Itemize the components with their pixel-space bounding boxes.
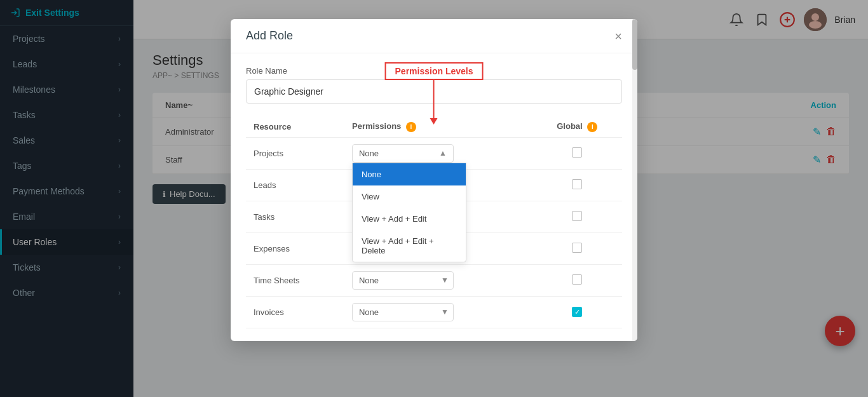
perm-table-row: Time Sheets NoneViewView + Add + EditVie… bbox=[246, 264, 622, 296]
global-cell bbox=[532, 232, 622, 264]
dropdown-chevron-icon: ▲ bbox=[439, 149, 447, 158]
resource-cell: Time Sheets bbox=[246, 264, 344, 296]
global-cell: ✓ bbox=[532, 296, 622, 328]
resource-cell: Tasks bbox=[246, 201, 344, 232]
global-cell bbox=[532, 137, 622, 169]
permissions-col-header: Permissions i bbox=[344, 116, 532, 137]
role-name-input[interactable] bbox=[246, 79, 622, 104]
modal-header: Add Role × bbox=[231, 19, 637, 53]
global-cell bbox=[532, 169, 622, 201]
dropdown-selected-label: None bbox=[359, 149, 379, 158]
perm-select-wrapper-5: NoneViewView + Add + EditView + Add + Ed… bbox=[352, 303, 454, 321]
global-checkbox[interactable] bbox=[572, 211, 582, 221]
global-checkbox[interactable]: ✓ bbox=[572, 307, 582, 317]
perm-select-4[interactable]: NoneViewView + Add + EditView + Add + Ed… bbox=[352, 271, 454, 290]
resource-cell: Projects bbox=[246, 137, 344, 169]
dropdown-trigger[interactable]: None ▲ bbox=[352, 144, 454, 163]
modal-body: Role Name Resource Permissions i bbox=[231, 53, 637, 341]
perm-table-row: Invoices NoneViewView + Add + EditView +… bbox=[246, 296, 622, 328]
modal-overlay: Permission Levels Add Role × Role Name R bbox=[0, 0, 868, 397]
resource-cell: Expenses bbox=[246, 232, 344, 264]
dropdown-menu: None View View + Add + Edit View + Add +… bbox=[352, 163, 466, 262]
global-checkbox[interactable] bbox=[572, 274, 582, 285]
permission-cell: NoneViewView + Add + EditView + Add + Ed… bbox=[344, 264, 532, 296]
permission-cell: None ▲ None View View + Add + Edit View … bbox=[344, 137, 532, 169]
scrollbar-thumb[interactable] bbox=[632, 19, 637, 70]
projects-dropdown[interactable]: None ▲ None View View + Add + Edit View … bbox=[352, 144, 454, 163]
resource-cell: Invoices bbox=[246, 296, 344, 328]
global-info-icon: i bbox=[587, 122, 597, 132]
global-col-header: Global i bbox=[532, 116, 622, 137]
permissions-info-icon: i bbox=[406, 122, 416, 132]
dropdown-item-none[interactable]: None bbox=[353, 163, 466, 185]
global-checkbox[interactable] bbox=[572, 243, 582, 253]
dropdown-item-view-add-edit[interactable]: View + Add + Edit bbox=[353, 208, 466, 230]
global-checkbox[interactable] bbox=[572, 147, 582, 158]
modal-scrollbar[interactable] bbox=[632, 19, 637, 341]
perm-table-row: Projects None ▲ None View View + Add + E… bbox=[246, 137, 622, 169]
global-cell bbox=[532, 264, 622, 296]
modal-title: Add Role bbox=[246, 29, 293, 43]
permission-cell: NoneViewView + Add + EditView + Add + Ed… bbox=[344, 296, 532, 328]
role-name-group: Role Name bbox=[246, 66, 622, 104]
global-checkbox[interactable] bbox=[572, 179, 582, 189]
perm-select-wrapper-4: NoneViewView + Add + EditView + Add + Ed… bbox=[352, 271, 454, 290]
add-role-modal: Permission Levels Add Role × Role Name R bbox=[231, 19, 637, 341]
modal-close-button[interactable]: × bbox=[614, 30, 622, 43]
resource-cell: Leads bbox=[246, 169, 344, 201]
dropdown-item-view-add-edit-delete[interactable]: View + Add + Edit +Delete bbox=[353, 230, 466, 262]
global-cell bbox=[532, 201, 622, 232]
dropdown-item-view[interactable]: View bbox=[353, 185, 466, 208]
permissions-table: Resource Permissions i Global i bbox=[246, 116, 622, 328]
resource-col-header: Resource bbox=[246, 116, 344, 137]
role-name-label: Role Name bbox=[246, 66, 622, 76]
perm-select-5[interactable]: NoneViewView + Add + EditView + Add + Ed… bbox=[352, 303, 454, 321]
